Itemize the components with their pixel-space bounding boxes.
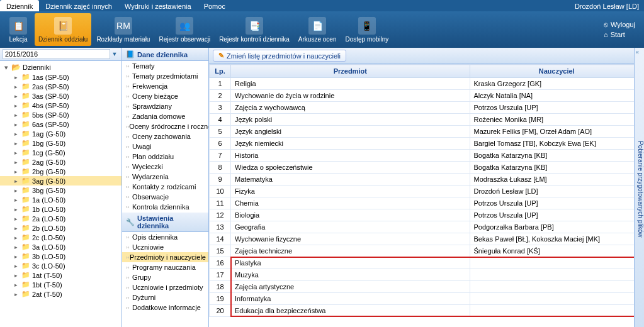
tree-item[interactable]: ▸📁2b (LO-50) — [0, 223, 121, 233]
section-item[interactable]: ››Oceny śródroczne i roczne — [122, 121, 208, 131]
section-item[interactable]: ››Oceny bieżące — [122, 91, 208, 101]
table-row[interactable]: 1ReligiaKraska Grzegorz [GK] — [210, 78, 644, 90]
expand-icon[interactable]: ▸ — [13, 216, 20, 222]
tab-pomoc[interactable]: Pomoc — [198, 0, 232, 11]
table-row[interactable]: 19Informatyka — [210, 293, 644, 305]
section-item[interactable]: ››Oceny zachowania — [122, 131, 208, 141]
section-ustawienia[interactable]: 🔧Ustawienia dziennika — [122, 212, 208, 232]
tree-item[interactable]: ▸📁2as (SP-50) — [0, 82, 121, 91]
tree-item[interactable]: ▸📁6as (SP-50) — [0, 119, 121, 129]
section-item[interactable]: ››Zadania domowe — [122, 111, 208, 121]
expand-icon[interactable]: ▸ — [13, 272, 20, 279]
downloads-panel[interactable]: « Pobieranie przygotowanych plików — [634, 48, 644, 327]
tree-item[interactable]: ▸📁1ag (G-50) — [0, 129, 121, 138]
tree-root[interactable]: ▾ 📂 Dzienniki — [0, 62, 121, 72]
expand-icon[interactable]: ▸ — [13, 103, 20, 109]
expand-icon[interactable]: ▸ — [13, 282, 20, 288]
tree-item[interactable]: ▸📁1at (T-50) — [0, 270, 121, 280]
section-item[interactable]: ››Sprawdziany — [122, 101, 208, 111]
tree-item[interactable]: ▸📁4bs (SP-50) — [0, 101, 121, 110]
table-row[interactable]: 16Plastyka — [210, 257, 644, 269]
col-subject[interactable]: Przedmiot — [231, 65, 470, 78]
tree-item[interactable]: ▸📁2a (LO-50) — [0, 214, 121, 223]
section-item[interactable]: ››Uwagi — [122, 141, 208, 152]
section-item[interactable]: ››Uczniowie — [122, 242, 208, 252]
section-item[interactable]: ››Kontakty z rodzicami — [122, 182, 208, 192]
expand-icon[interactable]: ▸ — [13, 159, 20, 165]
expand-icon[interactable]: ▸ — [13, 131, 20, 137]
ribbon-lekcja[interactable]: 📋Lekcja — [3, 13, 33, 46]
expand-icon[interactable]: ▸ — [13, 206, 20, 213]
year-dropdown-icon[interactable]: ▼ — [110, 51, 119, 57]
expand-icon[interactable]: ▸ — [13, 140, 20, 147]
expand-icon[interactable]: ▸ — [13, 121, 20, 128]
expand-icon[interactable]: ▸ — [13, 93, 20, 99]
collapse-icon[interactable]: ▾ — [3, 64, 9, 72]
section-item[interactable]: ››Dyżurni — [122, 292, 208, 302]
tree-item[interactable]: ▸📁3as (SP-50) — [0, 91, 121, 101]
table-row[interactable]: 2Wychowanie do życia w rodzinieAlczyk Na… — [210, 90, 644, 102]
expand-icon[interactable]: ▸ — [13, 112, 20, 118]
section-item[interactable]: ››Frekwencja — [122, 81, 208, 91]
start-link[interactable]: ⌂Start — [604, 31, 635, 38]
table-row[interactable]: 11ChemiaPotrzos Urszula [UP] — [210, 197, 644, 209]
grid-wrap[interactable]: Lp. Przedmiot Nauczyciel 1ReligiaKraska … — [209, 64, 644, 327]
tab-zajec-innych[interactable]: Dziennik zajęć innych — [39, 0, 118, 11]
expand-icon[interactable]: ▸ — [13, 225, 20, 231]
col-lp[interactable]: Lp. — [210, 65, 231, 78]
logout-link[interactable]: ⎋Wyloguj — [604, 21, 635, 28]
tree-item[interactable]: ▸📁5bs (SP-50) — [0, 110, 121, 119]
section-item[interactable]: ››Przedmioty i nauczyciele — [122, 252, 208, 262]
section-item[interactable]: ››Wydarzenia — [122, 172, 208, 182]
table-row[interactable]: 12BiologiaPotrzos Urszula [UP] — [210, 209, 644, 221]
tree-item[interactable]: ▸📁3bg (G-50) — [0, 186, 121, 195]
ribbon-mobilny[interactable]: 📱Dostęp mobilny — [341, 13, 392, 46]
ribbon-arkusze[interactable]: 📄Arkusze ocen — [295, 13, 341, 46]
section-item[interactable]: ››Opis dziennika — [122, 232, 208, 242]
table-row[interactable]: 13GeografiaPodgorzałka Barbara [PB] — [210, 221, 644, 233]
ribbon-kontroli[interactable]: 📑Rejestr kontroli dziennika — [215, 13, 293, 46]
tree-item[interactable]: ▸📁1bt (T-50) — [0, 280, 121, 289]
tree-item[interactable]: ▸📁1bg (G-50) — [0, 138, 121, 148]
tree-item[interactable]: ▸📁2at (T-50) — [0, 289, 121, 299]
table-row[interactable]: 9MatematykaModraszka Łukasz [ŁM] — [210, 174, 644, 186]
table-row[interactable]: 3Zajęcia z wychowawcąPotrzos Urszula [UP… — [210, 102, 644, 114]
ribbon-rozklady[interactable]: RMRozkłady materiału — [93, 13, 154, 46]
expand-icon[interactable]: ▸ — [13, 187, 20, 194]
tree-item[interactable]: ▸📁2bg (G-50) — [0, 167, 121, 176]
section-item[interactable]: ››Plan oddziału — [122, 152, 208, 162]
ribbon-dziennik-oddzialu[interactable]: 📔Dziennik oddziału — [35, 13, 91, 46]
section-item[interactable]: ››Uczniowie i przedmioty — [122, 282, 208, 292]
expand-icon[interactable]: ▸ — [13, 197, 20, 203]
expand-icon[interactable]: ▸ — [13, 84, 20, 90]
table-row[interactable]: 15Zajęcia techniczneŚnieguła Konrad [KŚ] — [210, 245, 644, 257]
table-row[interactable]: 7HistoriaBogatka Katarzyna [KB] — [210, 150, 644, 162]
table-row[interactable]: 4Język polskiRożeniec Monika [MR] — [210, 114, 644, 126]
tree-item[interactable]: ▸📁3ag (G-50) — [0, 176, 121, 186]
expand-icon[interactable]: ▸ — [13, 244, 20, 250]
expand-icon[interactable]: ▸ — [13, 74, 20, 80]
section-item[interactable]: ››Obserwacje — [122, 192, 208, 202]
table-row[interactable]: 17Muzyka — [210, 269, 644, 281]
col-teacher[interactable]: Nauczyciel — [470, 65, 644, 78]
table-row[interactable]: 14Wychowanie fizyczneBekas Paweł [BŁ], K… — [210, 233, 644, 245]
expand-icon[interactable]: ▸ — [13, 150, 20, 156]
expand-icon[interactable]: ▸ — [13, 253, 20, 260]
section-item[interactable]: ››Tematy — [122, 61, 208, 71]
ribbon-obserwacji[interactable]: 👥Rejestr obserwacji — [155, 13, 214, 46]
section-item[interactable]: ››Programy nauczania — [122, 262, 208, 272]
tree-item[interactable]: ▸📁1a (LO-50) — [0, 195, 121, 204]
expand-icon[interactable]: ▸ — [13, 291, 20, 297]
section-item[interactable]: ››Wycieczki — [122, 162, 208, 172]
expand-icon[interactable]: ▸ — [13, 169, 20, 175]
section-item[interactable]: ››Kontrola dziennika — [122, 202, 208, 212]
expand-icon[interactable]: « — [636, 49, 639, 55]
section-item[interactable]: ››Tematy przedmiotami — [122, 71, 208, 81]
table-row[interactable]: 20Edukacja dla bezpieczeństwa — [210, 305, 644, 317]
tree-item[interactable]: ▸📁1as (SP-50) — [0, 72, 121, 82]
tree-item[interactable]: ▸📁1b (LO-50) — [0, 204, 121, 214]
tree-item[interactable]: ▸📁1cg (G-50) — [0, 148, 121, 157]
table-row[interactable]: 18Zajęcia artystyczne — [210, 281, 644, 293]
tab-dziennik[interactable]: Dziennik — [0, 0, 39, 11]
tree-item[interactable]: ▸📁2ag (G-50) — [0, 157, 121, 167]
